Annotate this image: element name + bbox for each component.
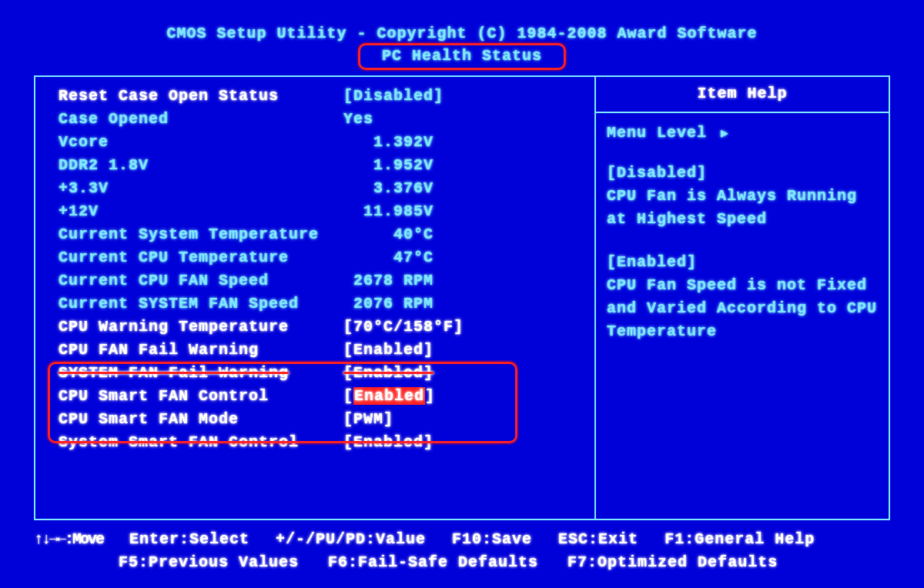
help-title: Item Help [607, 85, 878, 107]
setting-row: Current SYSTEM FAN Speed 2076 RPM [59, 292, 588, 316]
setting-row[interactable]: Reset Case Open Status[Disabled] [59, 85, 588, 108]
help-block: [Disabled]CPU Fan is Always Running at H… [607, 162, 878, 231]
setting-label: Reset Case Open Status [59, 85, 343, 108]
setting-value: 1.952V [343, 154, 434, 177]
bios-title: CMOS Setup Utility - Copyright (C) 1984-… [0, 25, 924, 42]
setting-label: CPU FAN Fail Warning [59, 339, 343, 362]
page-title: PC Health Status [358, 43, 566, 70]
chevron-right-icon: ▶ [721, 125, 729, 141]
setting-value[interactable]: [Enabled] [343, 431, 434, 454]
setting-value: 2678 RPM [343, 269, 434, 292]
key-save: F10:Save [452, 528, 532, 551]
key-enter: Enter:Select [129, 528, 249, 551]
setting-row[interactable]: CPU FAN Fail Warning[Enabled] [59, 339, 588, 362]
setting-value: 40°C [343, 223, 434, 246]
setting-label: CPU Smart FAN Mode [59, 408, 343, 431]
help-block-text: CPU Fan Speed is not Fixed and Varied Ac… [607, 274, 878, 343]
setting-value[interactable]: [PWM] [343, 408, 393, 431]
help-block-heading: [Enabled] [607, 251, 878, 274]
setting-row[interactable]: CPU Smart FAN Mode[PWM] [59, 408, 588, 431]
setting-label: Vcore [59, 131, 343, 154]
setting-value: 2076 RPM [343, 292, 434, 316]
setting-row[interactable]: System Smart FAN Control[Enabled] [59, 431, 588, 454]
page-title-highlight: PC Health Status [0, 43, 924, 70]
selected-value: Enabled [353, 387, 425, 405]
setting-label: Current CPU FAN Speed [59, 269, 343, 292]
setting-row[interactable]: CPU Smart FAN Control[Enabled] [59, 385, 588, 408]
help-block: [Enabled]CPU Fan Speed is not Fixed and … [607, 251, 878, 343]
setting-row: Current System Temperature 40°C [59, 223, 588, 246]
setting-label: DDR2 1.8V [59, 154, 343, 177]
key-optimized: F7:Optimized Defaults [567, 551, 778, 574]
setting-value[interactable]: [Enabled] [343, 385, 435, 408]
setting-row: Current CPU FAN Speed 2678 RPM [59, 269, 588, 292]
setting-label: SYSTEM FAN Fail Warning [59, 362, 343, 385]
setting-label: Current SYSTEM FAN Speed [59, 292, 343, 316]
setting-label: +3.3V [59, 177, 343, 200]
setting-value[interactable]: [70°C/158°F] [343, 316, 464, 339]
key-move: ↑↓→←:Move [34, 528, 103, 551]
settings-pane[interactable]: Reset Case Open Status[Disabled]Case Ope… [35, 77, 596, 519]
key-prev-values: F5:Previous Values [119, 551, 299, 574]
setting-label: System Smart FAN Control [59, 431, 343, 454]
key-help-footer: ↑↓→←:Move Enter:Select +/-/PU/PD:Value F… [34, 528, 890, 574]
menu-level: Menu Level ▶ [607, 124, 878, 142]
setting-label: Case Opened [59, 108, 343, 131]
setting-row[interactable]: CPU Warning Temperature[70°C/158°F] [59, 316, 588, 339]
setting-value: 11.985V [343, 200, 434, 223]
setting-value[interactable]: [Disabled] [343, 85, 444, 108]
setting-label: CPU Warning Temperature [59, 316, 343, 339]
main-frame: Reset Case Open Status[Disabled]Case Ope… [34, 75, 890, 520]
key-failsafe: F6:Fail-Safe Defaults [328, 551, 538, 574]
setting-label: CPU Smart FAN Control [59, 385, 343, 408]
setting-label: Current System Temperature [59, 223, 343, 246]
help-block-text: CPU Fan is Always Running at Highest Spe… [607, 185, 878, 231]
setting-row: Vcore 1.392V [59, 131, 588, 154]
setting-value[interactable]: [Enabled] [343, 339, 434, 362]
setting-value: 1.392V [343, 131, 434, 154]
help-block-heading: [Disabled] [607, 162, 878, 185]
setting-value: 3.376V [343, 177, 434, 200]
setting-row: DDR2 1.8V 1.952V [59, 154, 588, 177]
setting-row: Case OpenedYes [59, 108, 588, 131]
setting-row: +3.3V 3.376V [59, 177, 588, 200]
setting-value[interactable]: [Enabled] [343, 362, 434, 385]
setting-value: 47°C [343, 246, 434, 269]
setting-value: Yes [343, 108, 373, 131]
key-help: F1:General Help [665, 528, 815, 551]
setting-label: Current CPU Temperature [59, 246, 343, 269]
help-divider [596, 112, 889, 113]
menu-level-label: Menu Level [607, 124, 707, 142]
key-exit: ESC:Exit [558, 528, 638, 551]
setting-row: +12V 11.985V [59, 200, 588, 223]
setting-label: +12V [59, 200, 343, 223]
setting-row[interactable]: SYSTEM FAN Fail Warning[Enabled] [59, 362, 588, 385]
key-value: +/-/PU/PD:Value [276, 528, 426, 551]
setting-row: Current CPU Temperature 47°C [59, 246, 588, 269]
help-pane: Item Help Menu Level ▶ [Disabled]CPU Fan… [596, 77, 889, 519]
